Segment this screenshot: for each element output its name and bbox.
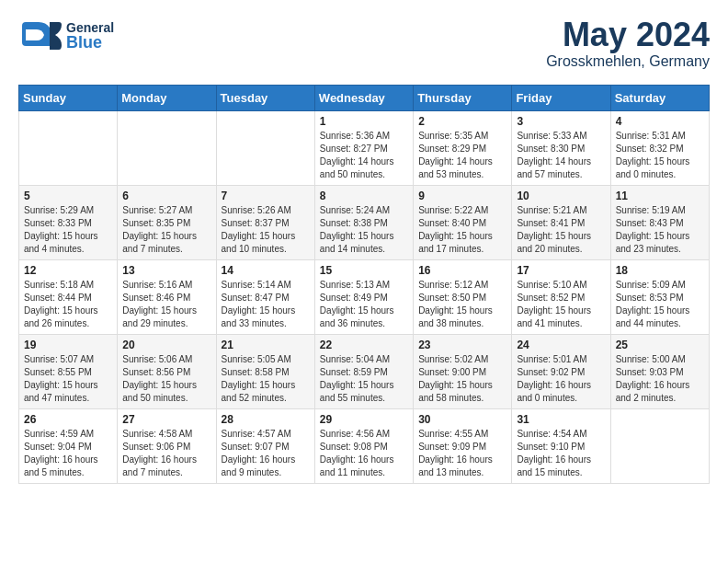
logo-blue-text: Blue <box>66 34 114 51</box>
day-info: Sunrise: 5:31 AM Sunset: 8:32 PM Dayligh… <box>616 130 704 181</box>
day-info: Sunrise: 4:56 AM Sunset: 9:08 PM Dayligh… <box>320 428 408 479</box>
day-info: Sunrise: 5:35 AM Sunset: 8:29 PM Dayligh… <box>418 130 506 181</box>
day-number: 15 <box>320 264 408 277</box>
calendar-cell: 3Sunrise: 5:33 AM Sunset: 8:30 PM Daylig… <box>512 111 610 186</box>
day-number: 27 <box>122 413 210 426</box>
calendar-cell: 26Sunrise: 4:59 AM Sunset: 9:04 PM Dayli… <box>19 409 118 484</box>
calendar-cell <box>216 111 314 186</box>
calendar-cell: 9Sunrise: 5:22 AM Sunset: 8:40 PM Daylig… <box>414 186 512 260</box>
page-header: General Blue May 2024 Grosskmehlen, Germ… <box>18 18 710 70</box>
calendar-cell: 24Sunrise: 5:01 AM Sunset: 9:02 PM Dayli… <box>512 335 610 409</box>
day-number: 20 <box>122 339 210 351</box>
calendar-week-row: 19Sunrise: 5:07 AM Sunset: 8:55 PM Dayli… <box>19 335 710 409</box>
calendar-cell: 15Sunrise: 5:13 AM Sunset: 8:49 PM Dayli… <box>314 260 413 335</box>
day-info: Sunrise: 5:13 AM Sunset: 8:49 PM Dayligh… <box>320 279 408 330</box>
location-title: Grosskmehlen, Germany <box>546 53 710 70</box>
calendar-cell: 20Sunrise: 5:06 AM Sunset: 8:56 PM Dayli… <box>118 335 216 409</box>
calendar-cell: 22Sunrise: 5:04 AM Sunset: 8:59 PM Dayli… <box>314 335 413 409</box>
calendar-cell: 23Sunrise: 5:02 AM Sunset: 9:00 PM Dayli… <box>414 335 512 409</box>
day-info: Sunrise: 5:05 AM Sunset: 8:58 PM Dayligh… <box>222 353 310 405</box>
calendar-cell: 11Sunrise: 5:19 AM Sunset: 8:43 PM Dayli… <box>610 186 709 260</box>
day-number: 23 <box>418 339 506 351</box>
calendar-cell: 7Sunrise: 5:26 AM Sunset: 8:37 PM Daylig… <box>216 186 314 260</box>
day-number: 30 <box>418 413 506 426</box>
calendar-cell: 10Sunrise: 5:21 AM Sunset: 8:41 PM Dayli… <box>512 186 610 260</box>
day-info: Sunrise: 5:36 AM Sunset: 8:27 PM Dayligh… <box>320 130 408 181</box>
day-number: 4 <box>616 115 704 128</box>
calendar-cell: 12Sunrise: 5:18 AM Sunset: 8:44 PM Dayli… <box>19 260 118 335</box>
weekday-header: Sunday <box>19 86 118 111</box>
day-number: 24 <box>517 339 605 351</box>
logo: General Blue <box>18 18 114 53</box>
day-number: 18 <box>616 264 704 277</box>
day-info: Sunrise: 5:07 AM Sunset: 8:55 PM Dayligh… <box>24 353 112 405</box>
calendar-cell: 16Sunrise: 5:12 AM Sunset: 8:50 PM Dayli… <box>414 260 512 335</box>
day-info: Sunrise: 5:18 AM Sunset: 8:44 PM Dayligh… <box>24 279 112 330</box>
day-number: 29 <box>320 413 408 426</box>
calendar-cell: 6Sunrise: 5:27 AM Sunset: 8:35 PM Daylig… <box>118 186 216 260</box>
day-info: Sunrise: 5:14 AM Sunset: 8:47 PM Dayligh… <box>222 279 310 330</box>
day-info: Sunrise: 5:10 AM Sunset: 8:52 PM Dayligh… <box>517 279 605 330</box>
calendar-week-row: 12Sunrise: 5:18 AM Sunset: 8:44 PM Dayli… <box>19 260 710 335</box>
calendar-week-row: 5Sunrise: 5:29 AM Sunset: 8:33 PM Daylig… <box>19 186 710 260</box>
day-info: Sunrise: 5:09 AM Sunset: 8:53 PM Dayligh… <box>616 279 704 330</box>
day-info: Sunrise: 5:26 AM Sunset: 8:37 PM Dayligh… <box>222 204 310 256</box>
calendar-cell: 4Sunrise: 5:31 AM Sunset: 8:32 PM Daylig… <box>610 111 709 186</box>
calendar-cell: 29Sunrise: 4:56 AM Sunset: 9:08 PM Dayli… <box>314 409 413 484</box>
calendar-cell <box>19 111 118 186</box>
weekday-header: Thursday <box>414 86 512 111</box>
day-number: 9 <box>418 190 506 202</box>
calendar-cell: 28Sunrise: 4:57 AM Sunset: 9:07 PM Dayli… <box>216 409 314 484</box>
day-info: Sunrise: 5:33 AM Sunset: 8:30 PM Dayligh… <box>517 130 605 181</box>
calendar-cell: 5Sunrise: 5:29 AM Sunset: 8:33 PM Daylig… <box>19 186 118 260</box>
day-info: Sunrise: 5:02 AM Sunset: 9:00 PM Dayligh… <box>418 353 506 405</box>
day-number: 7 <box>222 190 310 202</box>
calendar-cell: 2Sunrise: 5:35 AM Sunset: 8:29 PM Daylig… <box>414 111 512 186</box>
logo-icon <box>18 18 63 53</box>
calendar-week-row: 26Sunrise: 4:59 AM Sunset: 9:04 PM Dayli… <box>19 409 710 484</box>
day-number: 28 <box>222 413 310 426</box>
calendar-cell: 31Sunrise: 4:54 AM Sunset: 9:10 PM Dayli… <box>512 409 610 484</box>
weekday-header: Wednesday <box>314 86 413 111</box>
day-number: 2 <box>418 115 506 128</box>
day-info: Sunrise: 5:12 AM Sunset: 8:50 PM Dayligh… <box>418 279 506 330</box>
day-info: Sunrise: 4:59 AM Sunset: 9:04 PM Dayligh… <box>24 428 112 479</box>
day-number: 10 <box>517 190 605 202</box>
day-info: Sunrise: 5:19 AM Sunset: 8:43 PM Dayligh… <box>616 204 704 256</box>
calendar-cell <box>610 409 709 484</box>
day-info: Sunrise: 5:21 AM Sunset: 8:41 PM Dayligh… <box>517 204 605 256</box>
day-number: 11 <box>616 190 704 202</box>
weekday-header: Saturday <box>610 86 709 111</box>
day-info: Sunrise: 5:24 AM Sunset: 8:38 PM Dayligh… <box>320 204 408 256</box>
day-number: 14 <box>222 264 310 277</box>
calendar-header-row: SundayMondayTuesdayWednesdayThursdayFrid… <box>19 86 710 111</box>
month-title: May 2024 <box>546 18 710 52</box>
calendar-cell: 17Sunrise: 5:10 AM Sunset: 8:52 PM Dayli… <box>512 260 610 335</box>
weekday-header: Tuesday <box>216 86 314 111</box>
calendar-cell: 21Sunrise: 5:05 AM Sunset: 8:58 PM Dayli… <box>216 335 314 409</box>
calendar-cell: 18Sunrise: 5:09 AM Sunset: 8:53 PM Dayli… <box>610 260 709 335</box>
day-number: 8 <box>320 190 408 202</box>
day-number: 19 <box>24 339 112 351</box>
calendar-table: SundayMondayTuesdayWednesdayThursdayFrid… <box>18 85 710 484</box>
day-info: Sunrise: 4:54 AM Sunset: 9:10 PM Dayligh… <box>517 428 605 479</box>
weekday-header: Monday <box>118 86 216 111</box>
day-number: 26 <box>24 413 112 426</box>
calendar-week-row: 1Sunrise: 5:36 AM Sunset: 8:27 PM Daylig… <box>19 111 710 186</box>
calendar-cell <box>118 111 216 186</box>
day-number: 1 <box>320 115 408 128</box>
day-info: Sunrise: 4:58 AM Sunset: 9:06 PM Dayligh… <box>122 428 210 479</box>
day-info: Sunrise: 4:55 AM Sunset: 9:09 PM Dayligh… <box>418 428 506 479</box>
title-area: May 2024 Grosskmehlen, Germany <box>546 18 710 70</box>
logo-general-text: General <box>66 21 114 34</box>
day-info: Sunrise: 5:06 AM Sunset: 8:56 PM Dayligh… <box>122 353 210 405</box>
day-number: 13 <box>122 264 210 277</box>
day-number: 22 <box>320 339 408 351</box>
calendar-cell: 14Sunrise: 5:14 AM Sunset: 8:47 PM Dayli… <box>216 260 314 335</box>
day-number: 21 <box>222 339 310 351</box>
day-number: 31 <box>517 413 605 426</box>
weekday-header: Friday <box>512 86 610 111</box>
day-info: Sunrise: 5:00 AM Sunset: 9:03 PM Dayligh… <box>616 353 704 405</box>
calendar-cell: 13Sunrise: 5:16 AM Sunset: 8:46 PM Dayli… <box>118 260 216 335</box>
calendar-cell: 30Sunrise: 4:55 AM Sunset: 9:09 PM Dayli… <box>414 409 512 484</box>
